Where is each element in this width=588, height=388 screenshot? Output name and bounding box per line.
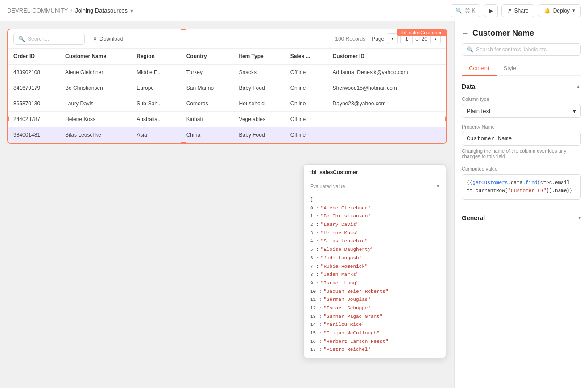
table-cell: Dayne23@yahoo.com [327,96,446,112]
eval-index: 15 : [310,329,322,338]
table-row[interactable]: 841679179Bo ChristiansenEuropeSan Marino… [8,80,446,96]
table-cell: Baby Food [234,127,285,143]
breadcrumb: DEVREL-COMMUNITY / Joining Datasources ▾ [7,7,133,14]
search-placeholder: Search... [28,36,49,42]
search-icon: 🔍 [467,46,473,53]
property-hint: Changing the name of the column override… [462,148,581,159]
eval-item: 3 : "Helene Koss" [310,229,439,238]
eval-index: 14 : [310,321,322,329]
col-order-id: Order ID [8,49,60,64]
eval-index: 11 : [310,296,322,304]
deploy-button[interactable]: 🔔 Deploy ▾ [538,4,581,17]
panel-header: ← Customer Name 🔍 Search for controls, l… [455,21,588,76]
resize-handle-bottom[interactable] [181,142,186,144]
share-button[interactable]: ↗ Share [501,4,534,17]
eval-item: 11 : "German Douglas" [310,296,439,304]
eval-index: 0 : [310,204,319,213]
eval-item: 8 : "Jaden Marks" [310,271,439,279]
eval-value: "Marilou Rice" [323,321,364,329]
resize-handle-top[interactable] [181,29,186,30]
evaluated-value-panel: tbl_salesCustomer Evaluated value ▾ [ 0 … [303,164,446,358]
eval-value: "Israel Lang" [321,279,359,288]
eval-value: "Elijah McCullough" [323,329,379,338]
table-cell: 244023787 [8,112,60,127]
bracket-open: [ [310,196,313,204]
table-cell: San Marino [181,80,234,96]
eval-bracket-open: [ [310,196,439,204]
general-section-header[interactable]: General ▾ [462,207,581,221]
eval-value: "Jaquan Beier-Roberts" [323,288,388,296]
table-cell: Online [285,96,327,112]
download-icon: ⬇ [93,36,97,42]
eval-value: "Helene Koss" [321,229,359,238]
eval-index: 7 : [310,263,319,271]
table-cell: Snacks [234,64,285,80]
eval-value: "Pietro Reichel" [323,346,371,354]
table-cell: Europe [131,80,181,96]
general-section-label: General [462,214,485,221]
eval-panel-header: tbl_salesCustomer [304,165,446,180]
search-icon: 🔍 [18,36,25,42]
page-label: Page [372,36,384,42]
table-cell: Bo Christiansen [60,80,131,96]
table-search[interactable]: 🔍 Search... [13,33,85,45]
back-button[interactable]: ← Customer Name [462,29,581,38]
eval-item: 7 : "Rubie Homenick" [310,263,439,271]
search-shortcut: ⌘ K [465,8,475,14]
column-type-dropdown[interactable]: Plain text ▾ [462,104,581,118]
chevron-down-icon[interactable]: ▾ [437,183,439,189]
tab-style[interactable]: Style [497,61,524,76]
data-section-label: Data [462,83,475,90]
table-label: tbl_salesCustomer [397,29,446,36]
run-button[interactable]: ▶ [484,4,498,17]
table-cell: Asia [131,127,181,143]
property-name-input[interactable] [462,132,581,146]
eval-index: 9 : [310,279,319,288]
deploy-chevron-icon: ▾ [572,8,575,13]
data-section-header[interactable]: Data ▲ [462,83,581,90]
eval-item: 1 : "Bo Christiansen" [310,212,439,221]
table-cell: Australia... [131,112,181,127]
col-customer-id: Customer ID [327,49,446,64]
eval-value: "Laury Davis" [321,221,359,229]
panel-title: Customer Name [472,29,534,38]
panel-search[interactable]: 🔍 Search for controls, labels etc [462,43,581,56]
page-title: Joining Datasources [75,7,128,14]
table-cell: Sub-Sah... [131,96,181,112]
eval-index: 3 : [310,229,319,238]
eval-index: 2 : [310,221,319,229]
property-name-label: Property Name [462,124,581,129]
tab-content[interactable]: Content [462,61,497,76]
table-cell: 865870130 [8,96,60,112]
table-cell: 483902108 [8,64,60,80]
table-cell: Baby Food [234,80,285,96]
global-search[interactable]: 🔍 ⌘ K [451,4,480,17]
computed-value-box[interactable]: {{getCustomers.data.find(c=>c.email == c… [462,174,581,200]
table-row[interactable]: 244023787Helene KossAustralia...Kiribati… [8,112,446,127]
resize-handle-right[interactable] [445,116,447,121]
chevron-down-icon[interactable]: ▾ [130,8,133,14]
table-cell: Household [234,96,285,112]
download-button[interactable]: ⬇ Download [89,34,127,44]
table-cell [327,112,446,127]
prev-page-button[interactable]: ‹ [387,33,398,44]
eval-index: 12 : [310,304,322,313]
right-properties-panel: ← Customer Name 🔍 Search for controls, l… [454,21,588,388]
eval-item: 5 : "Eloise Daugherty" [310,246,439,254]
eval-item: 16 : "Herbert Larson-Feest" [310,338,439,346]
table-cell: Offline [285,112,327,127]
eval-panel-subheader: Evaluated value ▾ [304,180,446,192]
chevron-down-icon: ▾ [573,108,576,114]
table-toolbar: 🔍 Search... ⬇ Download 100 Records Page … [8,29,446,49]
breadcrumb-divider: / [71,7,73,14]
eval-item: 6 : "Jude Langosh" [310,254,439,263]
table-cell: Middle E... [131,64,181,80]
table-row[interactable]: 865870130Laury DavisSub-Sah...ComorosHou… [8,96,446,112]
eval-value: "Gunnar Pagac-Grant" [323,313,382,321]
resize-handle-left[interactable] [7,116,9,121]
col-item-type: Item Type [234,49,285,64]
table-row[interactable]: 483902108Alene GleichnerMiddle E...Turke… [8,64,446,80]
table-row[interactable]: 984001481Silas LeuschkeAsiaChinaBaby Foo… [8,127,446,143]
eval-index: 5 : [310,246,319,254]
eval-value: "Jude Langosh" [321,254,362,263]
